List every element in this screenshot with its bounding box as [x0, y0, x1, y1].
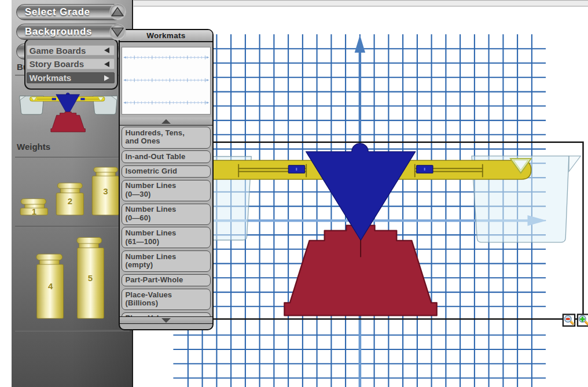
svg-text:3: 3 — [103, 186, 108, 196]
svg-text:1: 1 — [32, 207, 36, 216]
svg-text:2: 2 — [68, 196, 72, 206]
svg-text:4: 4 — [48, 281, 53, 291]
svg-text:5: 5 — [88, 273, 93, 283]
